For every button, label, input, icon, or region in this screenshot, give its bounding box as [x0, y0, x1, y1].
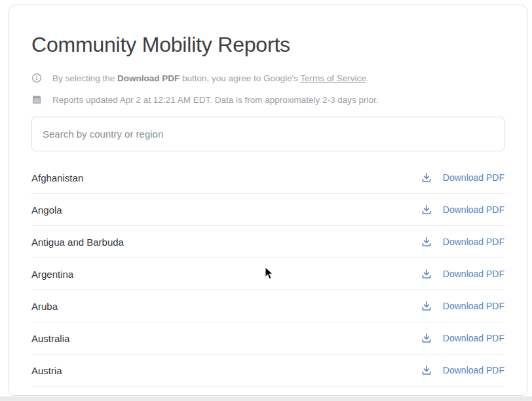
download-label: Download PDF	[443, 269, 504, 279]
download-pdf-button[interactable]: Download PDF	[421, 204, 504, 216]
download-pdf-button[interactable]: Download PDF	[421, 300, 504, 312]
download-label: Download PDF	[443, 237, 504, 247]
download-icon	[421, 236, 432, 248]
download-pdf-button[interactable]: Download PDF	[421, 172, 504, 183]
info-icon	[31, 73, 42, 83]
calendar-icon	[31, 94, 42, 105]
country-row: Angola Download PDF	[31, 194, 504, 226]
country-row: Australia Download PDF	[31, 322, 504, 354]
notice-middle: button, you agree to Google's	[180, 73, 300, 83]
download-icon	[421, 300, 432, 312]
download-pdf-button[interactable]: Download PDF	[421, 268, 504, 280]
country-list: Afghanistan Download PDF Angola	[31, 162, 504, 387]
terms-of-service-link[interactable]: Terms of Service	[300, 73, 366, 83]
updated-text: Reports updated Apr 2 at 12:21 AM EDT. D…	[52, 94, 379, 105]
download-label: Download PDF	[443, 333, 504, 343]
notice-suffix: .	[366, 73, 369, 83]
country-name: Antigua and Barbuda	[31, 237, 124, 248]
country-row: Afghanistan Download PDF	[31, 162, 504, 194]
notice-prefix: By selecting the	[52, 73, 117, 83]
country-name: Argentina	[31, 269, 73, 280]
download-pdf-button[interactable]: Download PDF	[421, 236, 504, 248]
download-label: Download PDF	[443, 365, 504, 375]
terms-notice: By selecting the Download PDF button, yo…	[31, 73, 504, 84]
download-label: Download PDF	[443, 172, 504, 183]
country-row: Austria Download PDF	[31, 354, 504, 387]
country-row: Aruba Download PDF	[31, 290, 504, 322]
download-icon	[421, 364, 432, 376]
notice-bold: Download PDF	[117, 73, 180, 83]
download-label: Download PDF	[443, 204, 504, 215]
country-name: Austria	[31, 365, 62, 376]
country-row: Argentina Download PDF	[31, 258, 504, 290]
download-icon	[421, 268, 432, 280]
download-pdf-button[interactable]: Download PDF	[421, 332, 504, 344]
download-icon	[421, 204, 432, 216]
reports-card: Community Mobility Reports By selecting …	[9, 5, 527, 396]
download-icon	[421, 172, 432, 183]
country-name: Aruba	[31, 301, 58, 312]
terms-notice-text: By selecting the Download PDF button, yo…	[52, 73, 369, 84]
country-name: Angola	[31, 204, 62, 216]
download-icon	[421, 332, 432, 344]
download-pdf-button[interactable]: Download PDF	[421, 364, 504, 376]
country-name: Afghanistan	[31, 172, 83, 183]
search-input[interactable]	[31, 117, 504, 151]
country-name: Australia	[31, 333, 69, 344]
page-title: Community Mobility Reports	[31, 32, 504, 57]
page-bottom-edge	[0, 396, 532, 401]
country-row: Antigua and Barbuda Download PDF	[31, 226, 504, 258]
download-label: Download PDF	[443, 301, 504, 311]
updated-notice: Reports updated Apr 2 at 12:21 AM EDT. D…	[31, 94, 504, 105]
